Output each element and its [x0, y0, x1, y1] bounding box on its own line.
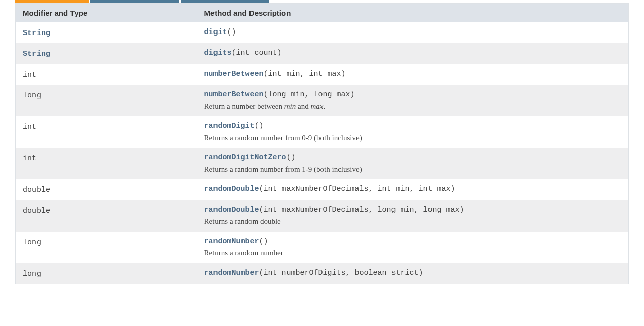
- method-signature: randomNumber(): [204, 237, 622, 246]
- cell-modifier-type: int: [16, 148, 197, 179]
- method-link[interactable]: randomDigitNotZero: [204, 153, 287, 162]
- method-signature: randomDouble(int maxNumberOfDecimals, lo…: [204, 206, 622, 214]
- cell-method-description: numberBetween(long min, long max)Return …: [197, 85, 629, 116]
- method-link[interactable]: randomDigit: [204, 122, 255, 131]
- method-description: Returns a random number: [204, 249, 622, 257]
- method-params: (int min, int max): [264, 70, 346, 78]
- method-signature: randomDigit(): [204, 122, 622, 131]
- method-params: (): [227, 28, 236, 37]
- type-text: double: [23, 186, 50, 194]
- method-params: (int maxNumberOfDecimals, int min, int m…: [259, 185, 455, 193]
- method-params: (int maxNumberOfDecimals, long min, long…: [259, 206, 464, 214]
- header-modifier-type: Modifier and Type: [16, 4, 197, 23]
- method-signature: digit(): [204, 28, 622, 37]
- table-header-row: Modifier and Type Method and Description: [16, 4, 629, 23]
- table-row: intnumberBetween(int min, int max): [16, 64, 629, 85]
- cell-modifier-type: double: [16, 200, 197, 232]
- cell-method-description: randomDouble(int maxNumberOfDecimals, in…: [197, 179, 629, 200]
- type-text: int: [23, 154, 37, 163]
- cell-modifier-type: String: [16, 43, 197, 64]
- table-row: Stringdigit(): [16, 22, 629, 43]
- method-description: Returns a random number from 0-9 (both i…: [204, 134, 622, 142]
- cell-modifier-type: String: [16, 22, 197, 43]
- header-method-description: Method and Description: [197, 4, 629, 23]
- table-row: doublerandomDouble(int maxNumberOfDecima…: [16, 179, 629, 200]
- tab-inactive-1[interactable]: [90, 0, 179, 3]
- method-params: (): [287, 153, 296, 162]
- method-signature: randomNumber(int numberOfDigits, boolean…: [204, 269, 622, 277]
- cell-method-description: randomDigit()Returns a random number fro…: [197, 116, 629, 148]
- cell-method-description: digits(int count): [197, 43, 629, 64]
- method-summary-table: Modifier and Type Method and Description…: [15, 3, 629, 284]
- type-link[interactable]: String: [23, 50, 50, 58]
- cell-method-description: randomNumber()Returns a random number: [197, 232, 629, 263]
- method-params: (): [255, 122, 264, 131]
- table-row: intrandomDigitNotZero()Returns a random …: [16, 148, 629, 179]
- type-text: long: [23, 91, 41, 100]
- method-description: Returns a random double: [204, 217, 622, 226]
- table-row: intrandomDigit()Returns a random number …: [16, 116, 629, 148]
- type-text: long: [23, 238, 41, 247]
- tab-inactive-2[interactable]: [181, 0, 269, 3]
- cell-method-description: randomDouble(int maxNumberOfDecimals, lo…: [197, 200, 629, 232]
- type-text: long: [23, 270, 41, 278]
- table-row: Stringdigits(int count): [16, 43, 629, 64]
- cell-method-description: numberBetween(int min, int max): [197, 64, 629, 85]
- type-text: double: [23, 207, 50, 215]
- method-link[interactable]: digits: [204, 49, 232, 57]
- method-params: (int count): [232, 49, 282, 57]
- cell-method-description: randomDigitNotZero()Returns a random num…: [197, 148, 629, 179]
- method-params: (int numberOfDigits, boolean strict): [259, 269, 423, 277]
- method-link[interactable]: randomNumber: [204, 237, 259, 246]
- method-signature: digits(int count): [204, 49, 622, 57]
- method-signature: randomDigitNotZero(): [204, 153, 622, 162]
- method-link[interactable]: numberBetween: [204, 90, 264, 99]
- method-link[interactable]: randomDouble: [204, 206, 259, 214]
- method-link[interactable]: randomNumber: [204, 269, 259, 277]
- table-row: doublerandomDouble(int maxNumberOfDecima…: [16, 200, 629, 232]
- method-signature: numberBetween(long min, long max): [204, 90, 622, 99]
- method-link[interactable]: numberBetween: [204, 70, 264, 78]
- table-row: longrandomNumber()Returns a random numbe…: [16, 232, 629, 263]
- method-signature: randomDouble(int maxNumberOfDecimals, in…: [204, 185, 622, 193]
- method-description: Return a number between min and max.: [204, 102, 622, 111]
- type-text: int: [23, 123, 37, 132]
- type-text: int: [23, 71, 37, 79]
- method-link[interactable]: randomDouble: [204, 185, 259, 193]
- cell-modifier-type: long: [16, 263, 197, 284]
- method-signature: numberBetween(int min, int max): [204, 70, 622, 78]
- cell-modifier-type: double: [16, 179, 197, 200]
- cell-modifier-type: long: [16, 85, 197, 116]
- cell-modifier-type: long: [16, 232, 197, 263]
- cell-method-description: randomNumber(int numberOfDigits, boolean…: [197, 263, 629, 284]
- cell-modifier-type: int: [16, 116, 197, 148]
- tab-active[interactable]: [15, 0, 89, 3]
- method-link[interactable]: digit: [204, 28, 227, 37]
- method-params: (): [259, 237, 268, 246]
- cell-modifier-type: int: [16, 64, 197, 85]
- table-row: longrandomNumber(int numberOfDigits, boo…: [16, 263, 629, 284]
- type-link[interactable]: String: [23, 29, 50, 38]
- table-row: longnumberBetween(long min, long max)Ret…: [16, 85, 629, 116]
- method-description: Returns a random number from 1-9 (both i…: [204, 165, 622, 174]
- cell-method-description: digit(): [197, 22, 629, 43]
- method-params: (long min, long max): [264, 90, 355, 99]
